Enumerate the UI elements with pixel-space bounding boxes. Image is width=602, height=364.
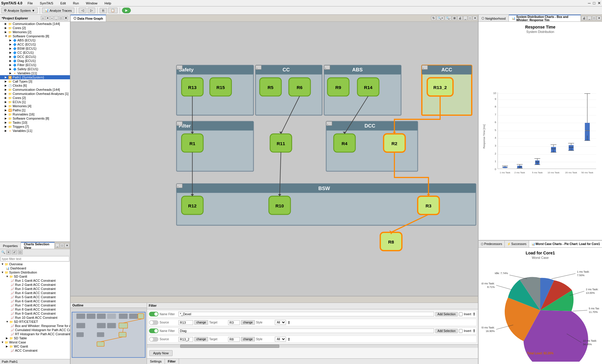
- charts-item-run10[interactable]: 📈 Run 10 Gantt ACC Constraint: [0, 316, 70, 320]
- tree-arrow[interactable]: ▶: [5, 121, 8, 124]
- pe-expand-btn[interactable]: +: [46, 16, 50, 20]
- menu-symtas[interactable]: SymTA/S: [38, 1, 55, 6]
- charts-item-run3[interactable]: 📈 Run 3 Gantt ACC Constraint: [0, 287, 70, 291]
- tree-arrow[interactable]: ▶: [9, 63, 13, 66]
- panel-max-btn[interactable]: □: [60, 243, 64, 248]
- panel-min-btn[interactable]: _: [55, 243, 59, 248]
- tree-arrow[interactable]: ▶: [9, 39, 13, 42]
- menu-run[interactable]: Run: [71, 1, 81, 6]
- tree-item-comm-overheads[interactable]: ▶ 📁 Communication Overheads [144]: [0, 22, 70, 26]
- style-select-1[interactable]: All: [275, 320, 286, 325]
- pe-min-btn[interactable]: _: [54, 16, 58, 20]
- tree-item-abs[interactable]: ▶ 🔷 ABS {ECU1}: [0, 38, 70, 42]
- tree-item-dcc[interactable]: ▶ 🔷 DCC {ECU1}: [0, 55, 70, 59]
- close-btn[interactable]: ✕: [598, 1, 601, 5]
- tree-arrow[interactable]: ▶: [9, 47, 13, 50]
- tree-arrow[interactable]: ▶: [5, 88, 8, 91]
- tree-item-clocks[interactable]: ▶ 🕐 Clocks [6]: [0, 83, 70, 88]
- charts-item-run7[interactable]: 📈 Run 7 Gantt ACC Constraint: [0, 303, 70, 307]
- filter-up-arrow-2b[interactable]: ⬆: [287, 337, 291, 342]
- tree-item-memories[interactable]: ▶ 📁 Memories [2]: [0, 30, 70, 34]
- tree-arrow[interactable]: ▶: [9, 72, 13, 75]
- tree-arrow[interactable]: ▶: [5, 113, 8, 116]
- tab-successors[interactable]: ⚡ Successors: [505, 241, 529, 247]
- tree-item-filter[interactable]: ▶ 🔷 Filter {ECU1}: [0, 63, 70, 67]
- charts-item-cumulated[interactable]: 📈 Cumulated Histogram for Path ACC Const…: [0, 328, 70, 332]
- run-btn[interactable]: ▶: [122, 8, 131, 13]
- charts-item-wc-gantt[interactable]: ▶ 📁 WC Gantt: [0, 344, 70, 348]
- rt-close-btn[interactable]: ✕: [597, 16, 601, 20]
- tab-wc-charts[interactable]: 📊 Worst Case Charts - Pie Chart: Load fo…: [529, 241, 602, 247]
- tree-item-cores[interactable]: ▶ 📁 Cores [2]: [0, 26, 70, 30]
- menu-edit[interactable]: Edit: [58, 1, 68, 6]
- charts-item-run5[interactable]: 📈 Run 5 Gantt ACC Constraint: [0, 295, 70, 299]
- menu-file[interactable]: File: [26, 1, 35, 6]
- filter-toggle-1[interactable]: [149, 312, 158, 316]
- dfg-zoom-out-btn[interactable]: 🔍-: [445, 16, 452, 20]
- source-input-2[interactable]: [178, 337, 193, 342]
- tree-item-tasks[interactable]: ▶ 📁 Tasks [10]: [0, 120, 70, 125]
- tree-arrow[interactable]: ▶: [9, 55, 13, 58]
- tree-item-cores2[interactable]: ▶ 📁 Cores [2]: [0, 96, 70, 100]
- charts-add-btn[interactable]: +: [6, 250, 11, 254]
- tab-properties[interactable]: Properties: [0, 242, 21, 249]
- tree-item-ecus[interactable]: ▶ 📁 ECUs [1]: [0, 100, 70, 104]
- tree-arrow-sw[interactable]: ▼: [5, 35, 8, 38]
- charts-item-sd-table[interactable]: ▶ 📁 SD Table: [0, 336, 70, 340]
- filter-tab-btn[interactable]: Filter: [165, 359, 179, 364]
- charts-item-acc-constraint[interactable]: 📈 ACC Constraint: [0, 348, 70, 353]
- tree-arrow[interactable]: ▶: [5, 125, 8, 128]
- tree-arrow[interactable]: ▶: [5, 92, 8, 95]
- filter-toggle-2b[interactable]: [149, 337, 158, 342]
- menu-help[interactable]: Help: [103, 1, 113, 6]
- source-change-btn-2[interactable]: change: [194, 337, 208, 341]
- tree-item-bsw[interactable]: ▶ 🔷 BSW {ECU1}: [0, 46, 70, 51]
- charts-item-sd-rt[interactable]: ▼ 📁 SD RT/CET/EET: [0, 320, 70, 324]
- dropdown-arrow[interactable]: ▼: [32, 9, 35, 12]
- add-selection-btn-2[interactable]: Add Selection: [435, 329, 458, 333]
- maximize-btn[interactable]: □: [593, 1, 595, 5]
- rt-print-btn[interactable]: 🖨: [581, 16, 587, 20]
- tree-arrow[interactable]: ▶: [5, 80, 8, 83]
- target-change-btn-2[interactable]: change: [241, 337, 255, 341]
- tree-arrow[interactable]: ▶: [5, 109, 8, 112]
- rt-max-btn[interactable]: □: [592, 16, 596, 20]
- tree-arrow[interactable]: ▶: [5, 129, 8, 132]
- analyze-system-btn[interactable]: ⚙ Analyze System ▼: [1, 8, 38, 13]
- charts-item-sys-dist[interactable]: ▼ 📁 System Distribution: [0, 270, 70, 274]
- tree-item-memories2[interactable]: ▶ 📁 Memories [4]: [0, 104, 70, 108]
- charts-item-run8[interactable]: 📈 Run 8 Gantt ACC Constraint: [0, 307, 70, 311]
- filter-invert-checkbox-2[interactable]: [459, 329, 463, 333]
- tree-item-cc[interactable]: ▶ 🔷 CC {ECU1}: [0, 51, 70, 55]
- tree-item-sw-components[interactable]: ▼ 📂 Software Components [8]: [0, 34, 70, 38]
- tab-charts-selection[interactable]: Charts Selection View: [21, 242, 55, 249]
- copy-btn[interactable]: ⎘: [100, 8, 107, 13]
- dfg-zoom-in-btn[interactable]: 🔍+: [437, 16, 444, 20]
- pe-max-btn[interactable]: □: [59, 16, 63, 20]
- filter-up-arrow-1[interactable]: ⬆: [472, 312, 476, 316]
- tree-item-acc[interactable]: ▶ 🔷 ACC {ECU1}: [0, 42, 70, 46]
- tree-arrow[interactable]: ▶: [5, 31, 8, 33]
- tab-predecessors[interactable]: ⬡ Predecessors: [479, 241, 505, 247]
- filter-toggle-1b[interactable]: [149, 320, 158, 325]
- tree-arrow[interactable]: ▶: [9, 59, 13, 62]
- filter-name-input-1[interactable]: [178, 312, 434, 316]
- filter-scrollbar[interactable]: [147, 344, 478, 348]
- charts-check-btn[interactable]: ✓: [12, 250, 17, 254]
- charts-item-bw[interactable]: 📈 Box and Whisker: Response Time for ACC…: [0, 324, 70, 328]
- charts-item-worst-case[interactable]: ▼ 📁 Worst Case: [0, 340, 70, 344]
- tab-neighborhood[interactable]: ⬡ Neighborhood: [479, 15, 509, 21]
- rt-min-btn[interactable]: _: [587, 16, 591, 20]
- tree-item-paths[interactable]: ▶ 🔀 Paths [1]: [0, 108, 70, 112]
- tree-arrow[interactable]: ▶: [5, 105, 8, 108]
- source-change-btn-1[interactable]: change: [194, 320, 208, 325]
- charts-item-run9[interactable]: 📈 Run 9 Gantt ACC Constraint: [0, 311, 70, 316]
- tree-item-comm-overheads2[interactable]: ▶ 📁 Communication Overheads [144]: [0, 88, 70, 92]
- tree-arrow[interactable]: ▶: [5, 117, 8, 120]
- tree-item-comm-overhead-analyses[interactable]: ▶ 📁 Communication Overhead Analyses [1]: [0, 92, 70, 96]
- dfg-max-btn[interactable]: □: [468, 16, 472, 20]
- tree-arrow[interactable]: ▶: [5, 26, 8, 29]
- apply-now-btn[interactable]: Apply Now: [149, 350, 173, 356]
- settings-tab-btn[interactable]: Settings: [147, 359, 165, 364]
- tree-arrow[interactable]: ▶: [9, 68, 13, 71]
